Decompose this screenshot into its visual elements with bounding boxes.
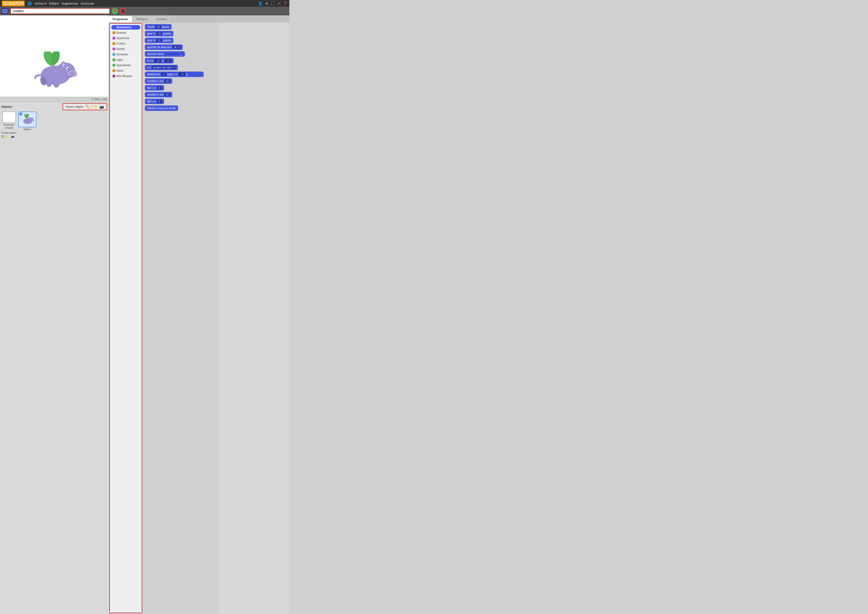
menu-bar: SCRATCH 🌐 Archivo ▾ Editar ▾ Sugerencias… (0, 0, 289, 7)
block-apuntar-hacia[interactable]: apuntar hacia (145, 51, 185, 57)
cat-dot-apariencia (113, 37, 115, 40)
menu-sugerencias[interactable]: Sugerencias (62, 2, 78, 5)
block-x-val[interactable]: -10 (155, 59, 161, 62)
cat-eventos[interactable]: Eventos (111, 31, 140, 35)
coords-text: X: 200 y: -100 (91, 98, 107, 101)
block-direccion-dropdown[interactable]: 90 (173, 46, 180, 49)
block-rebotar[interactable]: rebotar si toca un borde (145, 105, 178, 111)
menu-acercade[interactable]: Acerca de (81, 2, 94, 5)
block-girar-cw-val[interactable]: 15 (156, 32, 162, 35)
svg-point-9 (68, 68, 69, 69)
block-girar-cw[interactable]: girar ↻ 15 grados (145, 31, 173, 36)
tabs-bar: Programas Disfraces Sonidos (109, 16, 289, 22)
sprite-hippo1-label: Hippo1 (23, 128, 31, 130)
block-puntero-dropdown[interactable]: puntero del ratón (152, 66, 176, 69)
block-ir-a-xy[interactable]: ir a x: -10 y: -21 (145, 58, 174, 64)
slash-icon: / (91, 105, 92, 109)
cat-sonido[interactable]: Sonido (111, 47, 140, 51)
escenario-thumb[interactable] (2, 112, 16, 123)
cat-operadores[interactable]: Operadores (111, 63, 140, 68)
block-cambiar-y-val[interactable]: 10 (165, 93, 170, 96)
cat-dot-sensores (113, 53, 115, 56)
fondo-icons: 🖼️ / 📁 📷 (2, 135, 17, 138)
blocks-panel: Programas Disfraces Sonidos Movimiento E… (109, 16, 289, 614)
sprite-item-hippo1: i Hippo1 (18, 112, 36, 130)
scratch-logo: SCRATCH (2, 1, 25, 6)
cat-sensores[interactable]: Sensores (111, 52, 140, 57)
cat-datos[interactable]: Datos (111, 68, 140, 73)
image-icon[interactable]: 🖼️ (2, 135, 5, 138)
svg-rect-1 (3, 10, 6, 12)
svg-point-23 (31, 119, 32, 119)
block-fijar-x-val[interactable]: 0 (157, 86, 162, 90)
block-fijar-y[interactable]: fijar y a 0 (145, 99, 164, 104)
tab-disfraces[interactable]: Disfraces (132, 16, 152, 22)
tab-sonidos[interactable]: Sonidos (152, 16, 171, 22)
block-deslizar-segs[interactable]: 1 (161, 73, 166, 76)
coords-bar: X: 200 y: -100 (0, 97, 109, 102)
block-deslizar-x[interactable]: -10 (179, 73, 185, 76)
cat-mas-bloques[interactable]: Más Bloques (111, 74, 140, 78)
fullscreen2-icon[interactable]: ⤢ (277, 2, 280, 6)
block-apuntar-direccion[interactable]: apuntar en dirección 90 (145, 45, 183, 50)
upload-sprite-icon[interactable]: 📁 (93, 105, 98, 109)
menu-editar[interactable]: Editar ▾ (49, 2, 59, 5)
help-icon[interactable]: ❓ (283, 2, 288, 6)
scripts-area[interactable] (218, 22, 289, 614)
svg-point-10 (70, 73, 72, 74)
fondo-nuevo-label: Fondo nuevo: (2, 132, 17, 134)
project-title-input[interactable] (10, 8, 110, 14)
fondo-count: 1 fondo (5, 126, 13, 129)
cat-dot-control (113, 42, 115, 45)
block-mover-val[interactable]: 10 (156, 25, 161, 28)
camera-sprite-icon[interactable]: 📷 (100, 105, 104, 109)
svg-point-21 (31, 120, 34, 122)
menu-archivo[interactable]: Archivo ▾ (34, 2, 46, 5)
sprites-list: Escenario 1 fondo Fondo nuevo: 🖼️ / 📁 📷 (2, 112, 107, 138)
block-mover[interactable]: mover 10 pasos (145, 24, 171, 29)
cat-dot-lapiz (113, 59, 115, 61)
stop-button[interactable]: ⬛ (120, 8, 126, 14)
stage-area: X: 200 y: -100 Objetos Nuevo objeto: ✏️ … (0, 16, 109, 614)
green-flag-button[interactable]: 🚩 (112, 8, 118, 14)
cat-dot-operadores (113, 64, 115, 67)
block-ir-a-puntero[interactable]: ir a puntero del ratón (145, 65, 178, 70)
fondo-nuevo-bar: Fondo nuevo: 🖼️ / 📁 📷 (2, 132, 17, 138)
block-fijar-x[interactable]: fijar x a 0 (145, 85, 164, 91)
cat-lapiz[interactable]: Lápiz (111, 57, 140, 62)
main-area: X: 200 y: -100 Objetos Nuevo objeto: ✏️ … (0, 16, 289, 614)
svg-point-13 (62, 63, 65, 67)
block-girar-ccw[interactable]: girar ↺ 15 grados (145, 38, 173, 43)
cat-control[interactable]: Control (111, 41, 140, 46)
hippo1-thumb[interactable]: i (18, 112, 36, 127)
stage-canvas (0, 16, 109, 97)
cat-movimiento[interactable]: Movimiento (111, 25, 140, 29)
block-girar-ccw-val[interactable]: 15 (156, 39, 162, 42)
stage-view-button[interactable] (2, 8, 9, 14)
upload-fondo-icon[interactable]: 📁 (7, 135, 10, 138)
block-fijar-y-val[interactable]: 0 (157, 100, 162, 103)
fullscreen-icon[interactable]: ⛶ (271, 2, 275, 5)
block-hacia-dropdown[interactable] (165, 54, 183, 54)
move-icon[interactable]: ✛ (265, 2, 268, 6)
block-cambiar-x[interactable]: cambiar x por 10 (145, 78, 172, 84)
cat-dot-sonido (113, 48, 115, 50)
paint-fondo-icon[interactable]: / (5, 135, 6, 138)
block-cambiar-y[interactable]: cambiar y por 10 (145, 92, 172, 97)
paint-new-icon[interactable]: ✏️ (86, 105, 90, 109)
hippo-sprite (32, 51, 77, 88)
svg-point-11 (72, 73, 74, 74)
cat-dot-datos (113, 69, 115, 72)
cat-dot-mas-bloques (113, 75, 115, 78)
cat-apariencia[interactable]: Apariencia (111, 36, 140, 40)
escenario-label: Escenario (3, 123, 14, 126)
globe-icon[interactable]: 🌐 (27, 2, 32, 6)
user-icon[interactable]: 👤 (258, 2, 263, 6)
block-cambiar-x-val[interactable]: 10 (165, 79, 170, 83)
tab-programas[interactable]: Programas (109, 16, 132, 22)
block-y-val[interactable]: -21 (165, 59, 171, 62)
blocks-list: mover 10 pasos girar ↻ 15 grados girar ↺… (143, 22, 218, 614)
camera-fondo-icon[interactable]: 📷 (11, 135, 14, 138)
escenario-item: Escenario 1 fondo Fondo nuevo: 🖼️ / 📁 📷 (2, 112, 17, 138)
block-deslizar[interactable]: deslizar en 1 segs a x: -10 y: (145, 71, 204, 77)
